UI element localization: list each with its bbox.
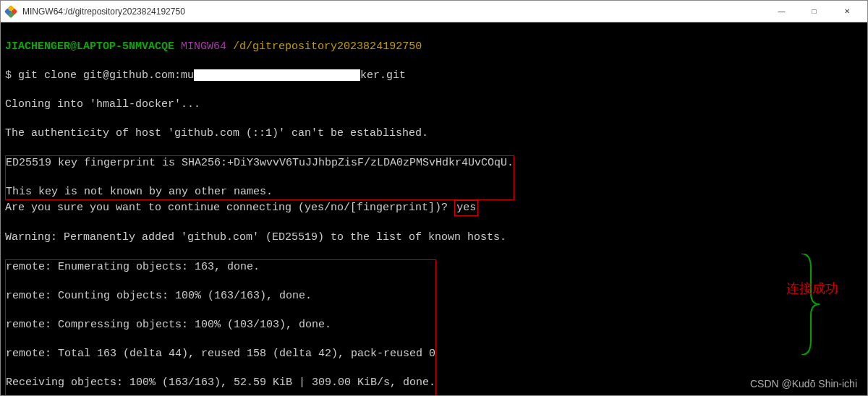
output-enum: remote: Enumerating objects: 163, done. [6,260,435,275]
window-frame: MINGW64:/d/gitrepository2023824192750 — … [0,0,868,396]
cmd-clone-post: ker.git [360,69,406,82]
output-count: remote: Counting objects: 100% (163/163)… [6,289,435,304]
output-warn: Warning: Permanently added 'github.com' … [5,231,863,245]
titlebar[interactable]: MINGW64:/d/gitrepository2023824192750 — … [1,1,867,22]
output-authenticity: The authenticity of host 'github.com (::… [5,126,863,141]
output-cloning: Cloning into 'hmall-docker'... [5,98,863,112]
progress-box: remote: Enumerating objects: 163, done. … [5,259,436,395]
command-line: $ git clone git@github.com:muker.git [5,69,863,83]
confirm-prompt: Are you sure you want to continue connec… [5,202,448,214]
output-compress: remote: Compressing objects: 100% (103/1… [6,318,435,332]
fingerprint-box: ED25519 key fingerprint is SHA256:+DiY3w… [5,155,514,200]
watermark-text: CSDN @Kudō Shin-ichi [750,376,857,391]
confirm-input[interactable]: yes [454,200,478,216]
minimize-button[interactable]: — [765,1,798,22]
window-title: MINGW64:/d/gitrepository2023824192750 [22,7,185,17]
git-bash-icon [5,6,17,17]
annotation-label: 连接成功 [786,281,838,296]
prompt-line: JIACHENGER@LAPTOP-5NMVACQE MINGW64 /d/gi… [5,40,863,54]
cwd-path: /d/gitrepository2023824192750 [233,40,422,53]
censored-region [194,69,360,81]
close-button[interactable]: ✕ [830,1,863,22]
output-notknown: This key is not known by any other names… [6,185,514,199]
user-host: JIACHENGER@LAPTOP-5NMVACQE [5,40,174,53]
shell-name: MINGW64 [181,40,226,53]
brace-annotation-icon [759,239,780,340]
output-total: remote: Total 163 (delta 44), reused 158… [6,347,435,361]
output-receive: Receiving objects: 100% (163/163), 52.59… [6,376,435,390]
output-fingerprint: ED25519 key fingerprint is SHA256:+DiY3w… [6,156,514,171]
terminal[interactable]: JIACHENGER@LAPTOP-5NMVACQE MINGW64 /d/gi… [1,22,867,395]
prompt-symbol: $ [5,69,12,82]
confirm-line: Are you sure you want to continue connec… [5,200,863,216]
cmd-clone-pre: git clone git@github.com:mu [18,69,194,82]
maximize-button[interactable]: □ [798,1,830,22]
